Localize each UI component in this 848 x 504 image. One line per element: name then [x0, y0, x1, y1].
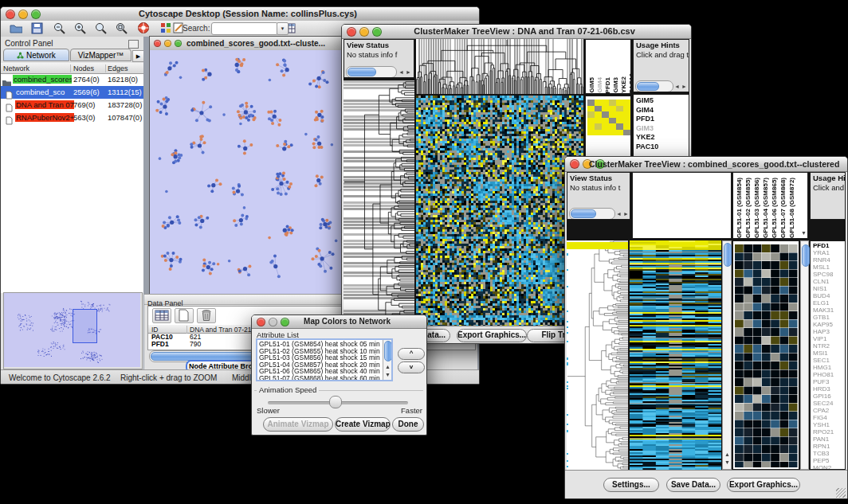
tv2-gene-label[interactable]: MON2 [813, 464, 845, 470]
cytoscape-titlebar[interactable]: Cytoscape Desktop (Session Name: collins… [1, 7, 479, 21]
tv2-gene-label[interactable]: VIP1 [813, 335, 845, 342]
tv1-row-label[interactable]: GIM4 [636, 106, 689, 115]
export-graphics-button[interactable]: Export Graphics... [457, 329, 527, 342]
close-button[interactable] [6, 10, 15, 19]
tv2-gene-label[interactable]: HAP3 [813, 328, 845, 335]
tv2-gene-label[interactable]: PFD1 [813, 242, 845, 249]
tv2-gene-label[interactable]: TCB3 [813, 450, 845, 457]
tv2-gene-label[interactable]: GTB1 [813, 314, 845, 321]
tv2-gene-label[interactable]: PAN1 [813, 436, 845, 443]
tv2-column-label[interactable]: GPL51-08 (GSM872) [788, 178, 795, 238]
network-view-titlebar[interactable]: combined_scores_good.txt--cluste... [150, 37, 346, 51]
tv2-gene-label[interactable]: NIS1 [813, 285, 845, 292]
tv2-gene-label[interactable]: HMG1 [813, 364, 845, 371]
tv2-column-label[interactable]: GPL51-07 (GSM868) [779, 178, 787, 238]
tv1-row-dendrogram[interactable] [344, 80, 414, 326]
resize-grip[interactable] [836, 488, 846, 498]
tv1-row-label[interactable]: GIM5 [636, 96, 689, 106]
tv2-gene-label[interactable]: PUF3 [813, 378, 845, 385]
tv1-column-label[interactable]: GIM4 [596, 77, 603, 93]
minimize-button[interactable] [164, 40, 171, 47]
attribute-list-vscrollbar[interactable]: ▲ ▼ [383, 340, 391, 380]
tv1-row-label[interactable]: PFD1 [636, 115, 689, 124]
tab-vizmapper[interactable]: VizMapper™ [70, 49, 132, 61]
zoom-out-icon[interactable] [50, 21, 68, 35]
tv2-gene-label[interactable]: SEC24 [813, 400, 845, 407]
birdseye-canvas[interactable] [4, 293, 140, 367]
tv1-usage-hscrollbar[interactable] [635, 80, 673, 92]
scroll-right-icon[interactable]: ► [681, 82, 687, 91]
search-dropdown-icon[interactable]: ▼ [277, 22, 289, 35]
scroll-right-icon[interactable]: ► [406, 68, 411, 76]
network-table-row[interactable]: DNA and Tran 07769(0)183728(0) [1, 99, 143, 111]
tv1-column-labels[interactable]: GIM5GIM4PFD1GIM3YKE2PAC10 [585, 39, 631, 94]
zoom-actual-icon[interactable] [92, 21, 109, 35]
network-table-row[interactable]: RNAPuberNov2+!563(0)107847(0) [1, 111, 143, 124]
tv1-column-label[interactable]: PFD1 [604, 77, 611, 93]
tv2-gene-label[interactable]: PHO81 [813, 371, 845, 378]
tv2-column-label[interactable]: GPL51-01 (GSM854) [736, 178, 743, 238]
tv2-gene-label[interactable]: PEP5 [813, 457, 845, 464]
scroll-down-icon[interactable]: ▼ [385, 370, 391, 379]
scroll-down-icon[interactable]: ▼ [724, 458, 730, 467]
tv2-gene-label[interactable]: YRA1 [813, 249, 845, 256]
attribute-grid-icon[interactable] [152, 308, 171, 323]
close-button[interactable] [570, 159, 579, 169]
tv2-gene-label[interactable]: BUD4 [813, 292, 845, 299]
tab-network[interactable]: Network [3, 49, 69, 61]
tv2-gene-label[interactable]: CLN1 [813, 278, 845, 285]
move-up-button[interactable]: ^ [398, 348, 425, 360]
tv2-gene-label[interactable]: RPN1 [813, 443, 845, 450]
tv2-column-label[interactable]: GPL51-02 (GSM855) [744, 178, 752, 238]
tv2-gene-label[interactable]: NTR2 [813, 342, 845, 350]
zoom-in-icon[interactable] [71, 21, 88, 35]
scroll-right-icon[interactable]: ► [623, 209, 629, 218]
tv2-gene-label[interactable]: RPO21 [813, 428, 845, 436]
tv1-column-label[interactable]: YKE2 [620, 76, 627, 93]
scroll-left-icon[interactable]: ◄ [398, 68, 404, 76]
speed-slider-thumb[interactable] [329, 396, 342, 408]
tv2-gene-label[interactable]: KAP95 [813, 321, 845, 328]
network-table-row[interactable]: combined_sco2569(6)13112(15) [1, 86, 143, 99]
tv2-gene-label[interactable]: SPC98 [813, 271, 845, 278]
tv2-gene-label[interactable]: MSI1 [813, 350, 845, 357]
tv2-column-label[interactable]: GPL51-03 (GSM856) [753, 178, 760, 238]
network-canvas[interactable] [150, 50, 344, 295]
close-button[interactable] [154, 40, 161, 47]
create-vizmap-button[interactable]: Create Vizmap [335, 417, 391, 432]
tv2-heatmap-vscrollbar[interactable]: ▲ ▼ [722, 240, 732, 470]
scroll-left-icon[interactable]: ◄ [674, 82, 680, 91]
move-down-button[interactable]: v [398, 361, 425, 373]
tv1-row-label[interactable]: PAC10 [636, 143, 689, 152]
tv2-gene-label[interactable]: FIG4 [813, 414, 845, 421]
tv1-heatmap[interactable] [416, 96, 583, 326]
close-button[interactable] [347, 27, 356, 37]
export-graphics-button[interactable]: Export Graphics... [727, 478, 800, 492]
tv1-row-label[interactable]: GIM3 [636, 124, 689, 134]
tv1-column-label[interactable]: PAC10 [628, 73, 631, 93]
new-attribute-icon[interactable] [175, 308, 194, 323]
tab-overflow-icon[interactable]: ▶ [132, 50, 144, 62]
tv2-status-hscrollbar[interactable] [569, 208, 615, 220]
zoom-fit-icon[interactable] [112, 21, 130, 35]
tv1-column-label[interactable]: GIM5 [588, 77, 595, 93]
settings-button[interactable]: Settings... [603, 478, 659, 492]
tv1-status-hscrollbar[interactable] [346, 66, 397, 78]
tv2-gene-list[interactable]: PFD1YRA1RNR4MSL1SPC98CLN1NIS1BUD4ELG1MAK… [810, 240, 846, 470]
help-icon[interactable] [135, 21, 152, 35]
tv1-column-label[interactable]: GIM3 [612, 77, 619, 93]
attribute-list[interactable]: GPL51-01 (GSM854) heat shock 05 minGPL51… [256, 338, 393, 381]
tv2-zoom-heatmap[interactable] [735, 244, 798, 467]
animate-vizmap-button[interactable]: Animate Vizmap [263, 417, 333, 432]
attribute-item[interactable]: GPL51-07 (GSM868) heat shock 60 min [259, 375, 391, 381]
tv2-gene-label[interactable]: YSH1 [813, 421, 845, 428]
search-input[interactable] [211, 22, 278, 35]
tv2-gene-label[interactable]: MSL1 [813, 264, 845, 271]
delete-attribute-icon[interactable] [197, 308, 216, 323]
save-session-icon[interactable] [28, 21, 45, 35]
tv2-heatmap[interactable] [630, 240, 721, 470]
network-table-row[interactable]: combined_scores2764(0)16218(0) [1, 73, 143, 86]
tv2-gene-label[interactable]: HRD3 [813, 385, 845, 393]
tv2-column-label[interactable]: GPL51-04 (GSM857) [762, 178, 769, 238]
scroll-down-icon[interactable]: ▼ [801, 229, 807, 237]
